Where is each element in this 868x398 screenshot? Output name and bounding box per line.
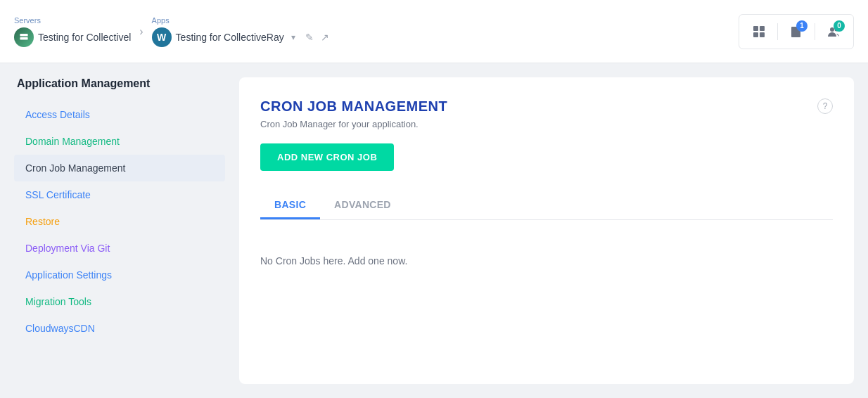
external-link-icon[interactable]: ↗ (321, 32, 329, 43)
breadcrumb-chevron: › (139, 25, 143, 38)
add-cron-job-button[interactable]: ADD NEW CRON JOB (260, 143, 394, 171)
svg-rect-5 (760, 32, 765, 37)
help-icon[interactable]: ? (817, 98, 833, 114)
sidebar-item-access-details[interactable]: Access Details (14, 101, 225, 128)
top-right-toolbar: 1 0 (739, 14, 854, 49)
empty-state-message: No Cron Jobs here. Add one now. (260, 241, 833, 281)
svg-rect-1 (20, 37, 27, 40)
files-badge: 1 (796, 20, 808, 32)
tab-advanced[interactable]: ADVANCED (320, 192, 405, 219)
app-dropdown-icon[interactable]: ▾ (291, 32, 295, 42)
servers-section: Servers Testing for Collectivel (14, 16, 131, 47)
app-nav-item[interactable]: W Testing for CollectiveRay ▾ ✎ ↗ (152, 27, 329, 47)
page-header-text: CRON JOB MANAGEMENT Cron Job Manager for… (260, 98, 447, 129)
sidebar-item-application-settings[interactable]: Application Settings (14, 262, 225, 288)
content-area: CRON JOB MANAGEMENT Cron Job Manager for… (239, 77, 854, 384)
server-icon (14, 27, 34, 47)
files-button[interactable]: 1 (784, 19, 809, 44)
users-badge: 0 (834, 20, 845, 32)
servers-label: Servers (14, 16, 41, 25)
main-layout: Application Management Access Details Do… (0, 63, 868, 398)
cron-tabs: BASIC ADVANCED (260, 192, 833, 220)
svg-rect-3 (760, 26, 765, 31)
sidebar-item-domain-management[interactable]: Domain Management (14, 128, 225, 155)
svg-rect-2 (753, 26, 758, 31)
apps-section: Apps W Testing for CollectiveRay ▾ ✎ ↗ (152, 16, 329, 47)
sidebar-item-deployment-via-git[interactable]: Deployment Via Git (14, 235, 225, 262)
page-subtitle: Cron Job Manager for your application. (260, 119, 447, 129)
sidebar-item-cron-job-management[interactable]: Cron Job Management (14, 155, 225, 181)
tab-basic[interactable]: BASIC (260, 192, 320, 219)
breadcrumb: Servers Testing for Collectivel › Apps W… (14, 16, 739, 47)
sidebar-item-restore[interactable]: Restore (14, 208, 225, 235)
svg-rect-4 (753, 32, 758, 37)
sidebar-item-ssl-certificate[interactable]: SSL Certificate (14, 181, 225, 208)
toolbar-divider (777, 23, 778, 40)
grid-view-button[interactable] (746, 19, 772, 44)
sidebar-item-cloudwayscdn[interactable]: CloudwaysCDN (14, 315, 225, 342)
apps-label: Apps (152, 16, 170, 25)
content-header: CRON JOB MANAGEMENT Cron Job Manager for… (260, 98, 833, 129)
server-nav-item[interactable]: Testing for Collectivel (14, 27, 131, 47)
app-name: Testing for CollectiveRay (176, 32, 284, 43)
toolbar-divider-2 (815, 23, 815, 40)
svg-rect-0 (20, 34, 27, 37)
wordpress-icon: W (152, 27, 172, 47)
edit-icon[interactable]: ✎ (305, 32, 314, 43)
top-navigation: Servers Testing for Collectivel › Apps W… (0, 0, 868, 63)
server-name: Testing for Collectivel (38, 32, 131, 43)
sidebar-title: Application Management (14, 77, 225, 90)
sidebar: Application Management Access Details Do… (14, 77, 225, 384)
users-button[interactable]: 0 (821, 19, 846, 44)
sidebar-item-migration-tools[interactable]: Migration Tools (14, 288, 225, 315)
page-title: CRON JOB MANAGEMENT (260, 98, 447, 115)
